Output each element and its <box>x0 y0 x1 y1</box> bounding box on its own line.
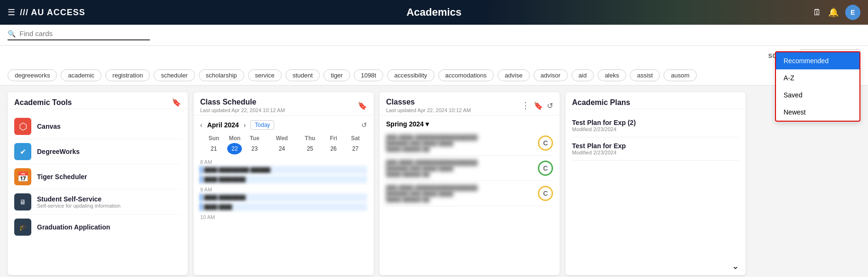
class-info-3: ███ ████ █████████████████ ██████ ███ ██… <box>386 185 533 202</box>
date-27[interactable]: 27 <box>343 143 367 154</box>
day-mon: Mon <box>227 134 242 143</box>
hamburger-icon[interactable]: ☰ <box>8 7 15 18</box>
time-8am: 8 AM <box>200 157 367 166</box>
classes-bookmark-icon[interactable]: 🔖 <box>534 101 543 110</box>
calendar-icon[interactable]: 🗓 <box>813 8 822 18</box>
tiger-icon: 📅 <box>14 168 31 185</box>
search-container: 🔍 <box>8 29 150 40</box>
class-grade-1: C <box>538 135 553 151</box>
class-schedule-header: Class Schedule Last updated Apr 22, 2024… <box>194 92 374 115</box>
chip-degreeworks[interactable]: degreeworks <box>8 69 57 81</box>
event-9am-1[interactable]: ████ ████████ <box>200 193 367 201</box>
grad-icon: 🎓 <box>14 219 31 236</box>
date-26[interactable]: 26 <box>323 143 344 154</box>
bookmark-icon[interactable]: 🔖 <box>172 98 181 107</box>
plan-date-1: Modified 2/23/2024 <box>572 126 739 132</box>
selfservice-name: Student Self-Service <box>37 195 120 203</box>
class-grade-2: C <box>538 161 553 176</box>
page-title: Academics <box>406 6 462 19</box>
schedule-bookmark-icon[interactable]: 🔖 <box>358 101 367 110</box>
chip-student[interactable]: student <box>286 69 320 81</box>
date-25[interactable]: 25 <box>297 143 323 154</box>
tiger-name: Tiger Scheduler <box>37 173 87 181</box>
day-fri: Fri <box>323 134 344 143</box>
cal-grid: Sun Mon Tue Wed Thu Fri Sat 21 22 23 24 … <box>200 134 367 154</box>
academic-plans-header: Academic Plans 🔖 <box>565 92 746 109</box>
academic-tools-card: Academic Tools 🔖 ⬡ Canvas ✔ DegreeWorks … <box>8 92 188 275</box>
chip-registration[interactable]: registration <box>105 69 150 81</box>
day-sun: Sun <box>200 134 227 143</box>
cal-next-button[interactable]: › <box>244 121 246 129</box>
chip-accomodations[interactable]: accomodations <box>438 69 494 81</box>
plans-expand-icon[interactable]: ⌄ <box>565 257 746 275</box>
plan-date-2: Modified 2/23/2024 <box>572 150 739 155</box>
academic-plans-body: Test Plan for Exp (2) Modified 2/23/2024… <box>565 109 746 257</box>
season-select[interactable]: Spring 2024 ▾ <box>386 120 553 128</box>
chip-1098t[interactable]: 1098t <box>354 69 384 81</box>
tool-selfservice[interactable]: 🖥 Student Self-Service Self-service for … <box>14 190 181 215</box>
chip-aid[interactable]: aid <box>572 69 594 81</box>
day-sat: Sat <box>343 134 367 143</box>
degreeworks-name: DegreeWorks <box>37 148 80 155</box>
plan-name-1: Test Plan for Exp (2) <box>572 119 739 126</box>
tool-degreeworks[interactable]: ✔ DegreeWorks <box>14 139 181 164</box>
chip-ausom[interactable]: ausom <box>664 69 696 81</box>
chip-service[interactable]: service <box>248 69 282 81</box>
bell-icon[interactable]: 🔔 <box>828 7 839 18</box>
chip-tiger[interactable]: tiger <box>323 69 350 81</box>
search-row: 🔍 <box>0 25 868 46</box>
cal-month: April 2024 <box>207 121 239 129</box>
date-24[interactable]: 24 <box>267 143 296 154</box>
chip-advisor[interactable]: advisor <box>534 69 568 81</box>
date-21[interactable]: 21 <box>200 143 227 154</box>
cal-today-button[interactable]: Today <box>250 120 274 130</box>
chip-scheduler[interactable]: scheduler <box>154 69 194 81</box>
event-9am-2[interactable]: ████ ████ <box>200 203 367 211</box>
time-slots: 8 AM ████ █████████ ██████ ████ ████████… <box>200 157 367 221</box>
canvas-icon: ⬡ <box>14 118 31 135</box>
chip-accessibility[interactable]: accessibility <box>387 69 434 81</box>
chip-advise[interactable]: advise <box>498 69 530 81</box>
season-label: Spring 2024 <box>386 120 424 128</box>
tool-canvas[interactable]: ⬡ Canvas <box>14 114 181 139</box>
search-input[interactable] <box>19 29 150 38</box>
cal-nav: ‹ April 2024 › Today ↺ <box>200 120 367 130</box>
sort-option-recommended[interactable]: Recommended <box>776 52 859 69</box>
chip-scholarship[interactable]: scholarship <box>199 69 244 81</box>
day-tue: Tue <box>242 134 267 143</box>
tool-grad[interactable]: 🎓 Graduation Application <box>14 215 181 239</box>
selfservice-desc: Self-service for updating information <box>37 203 120 209</box>
chip-academic[interactable]: academic <box>61 69 102 81</box>
classes-more-icon[interactable]: ⋮ <box>521 100 530 111</box>
event-8am-2[interactable]: ████ ████████ <box>200 175 367 183</box>
sort-dropdown: Recommended A-Z Saved Newest <box>775 51 860 122</box>
class-schedule-meta: Last updated Apr 22, 2024 10:12 AM <box>200 107 285 113</box>
degreeworks-icon: ✔ <box>14 143 31 160</box>
chip-assist[interactable]: assist <box>630 69 660 81</box>
tool-tiger[interactable]: 📅 Tiger Scheduler <box>14 164 181 190</box>
avatar[interactable]: E <box>845 5 860 20</box>
event-8am-1[interactable]: ████ █████████ ██████ <box>200 166 367 174</box>
class-schedule-title: Class Schedule <box>200 98 285 106</box>
sort-option-az[interactable]: A-Z <box>776 69 859 86</box>
class-details-2: ██████ ███ ████ ████ <box>386 165 533 171</box>
class-schedule-card: Class Schedule Last updated Apr 22, 2024… <box>194 92 374 275</box>
date-22[interactable]: 22 <box>227 143 242 154</box>
academic-tools-body: ⬡ Canvas ✔ DegreeWorks 📅 Tiger Scheduler… <box>8 109 188 261</box>
date-23[interactable]: 23 <box>242 143 267 154</box>
cards-area: Academic Tools 🔖 ⬡ Canvas ✔ DegreeWorks … <box>0 86 868 277</box>
cal-refresh-icon[interactable]: ↺ <box>361 121 367 129</box>
academic-plans-card: Academic Plans 🔖 Test Plan for Exp (2) M… <box>565 92 746 275</box>
sort-option-newest[interactable]: Newest <box>776 104 859 121</box>
search-icon: 🔍 <box>8 30 16 38</box>
classes-refresh-icon[interactable]: ↺ <box>547 101 553 110</box>
cal-prev-button[interactable]: ‹ <box>200 121 203 129</box>
time-10am: 10 AM <box>200 212 367 221</box>
chips-row: degreeworksacademicregistrationscheduler… <box>0 67 868 86</box>
plan-name-2: Test Plan for Exp <box>572 142 739 150</box>
sort-option-saved[interactable]: Saved <box>776 86 859 104</box>
chip-aleks[interactable]: aleks <box>598 69 626 81</box>
class-item-2: ███ ████ █████████████████ ██████ ███ ██… <box>386 156 553 181</box>
brand-logo: /// AU ACCESS <box>20 8 85 18</box>
classes-card: Classes Last updated Apr 22, 2024 10:12 … <box>379 92 560 275</box>
